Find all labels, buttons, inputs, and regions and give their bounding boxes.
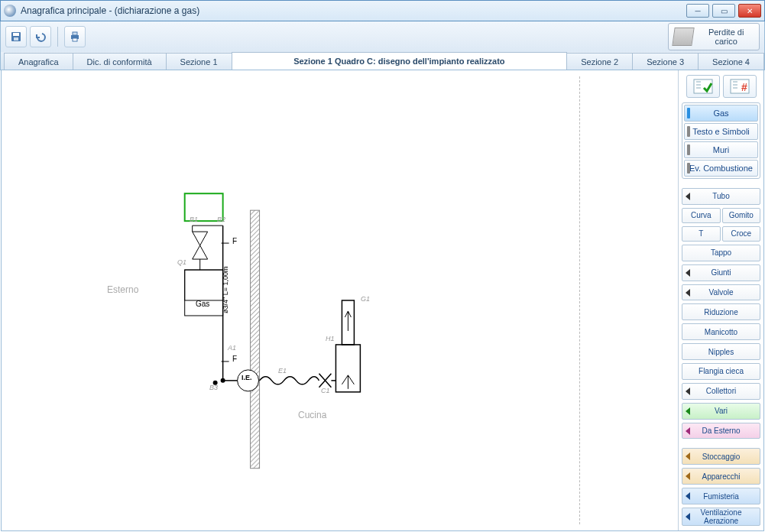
category-label: Gas <box>713 109 728 118</box>
palette-manicotto[interactable]: Manicotto <box>682 323 760 340</box>
undo-icon <box>34 31 47 43</box>
save-icon <box>10 31 22 43</box>
tab-label: Sezione 2 <box>581 57 618 66</box>
palette-label: Fumisteria <box>703 492 739 501</box>
palette-label: Collettori <box>706 387 736 395</box>
label-q1: Q1 <box>177 258 186 266</box>
svg-rect-1 <box>13 33 19 36</box>
label-esterno: Esterno <box>107 284 138 295</box>
palette-croce[interactable]: Croce <box>722 226 761 242</box>
palette-tubo[interactable]: Tubo <box>682 188 760 205</box>
category-label: Muri <box>713 145 729 154</box>
drawing-canvas[interactable]: Esterno Cucina Gas I.E. B1 B2 B3 Q1 A1 E… <box>2 70 678 530</box>
tab-sezione1[interactable]: Sezione 1 <box>166 53 232 70</box>
tab-label: Sezione 1 Quadro C: disegno dell'impiant… <box>293 57 504 66</box>
label-gas-box: Gas <box>196 300 209 308</box>
tab-label: Anagrafica <box>18 57 59 66</box>
palette-label: Apparecchi <box>702 472 740 481</box>
palette-label: Riduzione <box>704 308 737 316</box>
label-pipe-spec: ø3/4" L= 1,00m <box>222 267 229 313</box>
palette-gomito[interactable]: Gomito <box>722 208 761 223</box>
palette-t[interactable]: T <box>682 226 721 242</box>
tab-sezione3[interactable]: Sezione 3 <box>632 53 699 70</box>
svg-rect-5 <box>73 38 77 41</box>
category-gas[interactable]: Gas <box>684 105 758 122</box>
palette-label: Tappo <box>711 248 731 257</box>
label-c1: C1 <box>321 387 330 394</box>
palette-label: Tubo <box>712 192 729 200</box>
tab-sezione2[interactable]: Sezione 2 <box>566 53 633 70</box>
tab-label: Sezione 3 <box>647 57 684 66</box>
palette-stoccaggio[interactable]: Stoccaggio <box>682 448 760 465</box>
palette-flangia-cieca[interactable]: Flangia cieca <box>682 363 760 380</box>
palette-label: Croce <box>731 229 751 238</box>
palette-riduzione[interactable]: Riduzione <box>682 303 760 320</box>
label-g1: G1 <box>361 295 370 303</box>
maximize-button[interactable]: ▭ <box>712 4 735 18</box>
schematic-svg <box>15 76 580 524</box>
tab-sezione4[interactable]: Sezione 4 <box>698 53 764 70</box>
palette-label: Flangia cieca <box>699 367 744 375</box>
label-h1: H1 <box>326 335 335 342</box>
palette-label: Curva <box>691 211 712 219</box>
palette-label: Ventilazione Aerazione <box>684 508 758 525</box>
label-b2: B2 <box>217 216 225 223</box>
title-bar: Anagrafica principale - (dichiarazione a… <box>0 0 765 21</box>
tab-label: Sezione 4 <box>712 57 750 66</box>
tab-sezione1-quadro-c[interactable]: Sezione 1 Quadro C: disegno dell'impiant… <box>232 52 568 70</box>
schematic-hash-button[interactable]: # <box>723 75 757 98</box>
palette-label: Da Esterno <box>702 427 740 435</box>
tab-strip: Anagrafica Dic. di conformità Sezione 1 … <box>0 52 765 70</box>
label-a1: A1 <box>228 344 236 352</box>
toolbar-separator <box>57 27 58 47</box>
svg-rect-4 <box>73 32 77 35</box>
palette-da-esterno[interactable]: Da Esterno <box>682 423 760 440</box>
category-muri[interactable]: Muri <box>684 141 758 158</box>
calculator-icon <box>672 28 695 46</box>
category-testo-simboli[interactable]: Testo e Simboli <box>684 123 758 140</box>
palette-fumisteria[interactable]: Fumisteria <box>682 488 760 504</box>
palette-label: Manicotto <box>705 328 737 336</box>
tab-label: Dic. di conformità <box>87 57 152 66</box>
save-button[interactable] <box>5 26 27 47</box>
palette-valvole[interactable]: Valvole <box>682 284 760 301</box>
schematic-check-icon <box>693 79 713 94</box>
window-title: Anagrafica principale - (dichiarazione a… <box>21 5 686 16</box>
perdite-label: Perdite di carico <box>698 28 754 46</box>
toolbar: Perdite di carico <box>0 21 765 52</box>
minimize-button[interactable]: ─ <box>686 4 709 18</box>
main-area: Esterno Cucina Gas I.E. B1 B2 B3 Q1 A1 E… <box>1 70 764 531</box>
palette-nipples[interactable]: Nipples <box>682 343 760 360</box>
svg-rect-9 <box>185 270 223 300</box>
palette-label: Nipples <box>708 348 734 356</box>
perdite-di-carico-button[interactable]: Perdite di carico <box>668 23 760 50</box>
palette-label: T <box>699 229 703 238</box>
print-icon <box>69 31 81 43</box>
palette-curva[interactable]: Curva <box>682 208 721 223</box>
category-ev-combustione[interactable]: Ev. Combustione <box>684 160 758 177</box>
palette-label: Gomito <box>729 211 754 219</box>
palette-ventilazione-aerazione[interactable]: Ventilazione Aerazione <box>682 508 760 526</box>
label-e1: E1 <box>278 367 287 375</box>
schematic-check-button[interactable] <box>686 75 720 98</box>
close-button[interactable]: ✕ <box>738 4 761 18</box>
palette-label: Stoccaggio <box>702 453 740 461</box>
category-group: Gas Testo e Simboli Muri Ev. Combustione <box>682 102 760 179</box>
palette-panel: # Gas Testo e Simboli Muri Ev. Combustio… <box>678 70 763 530</box>
schematic-hash-icon: # <box>730 79 750 94</box>
category-label: Ev. Combustione <box>689 164 753 173</box>
palette-collettori[interactable]: Collettori <box>682 383 760 400</box>
label-cucina: Cucina <box>298 410 326 420</box>
tab-dic-conformita[interactable]: Dic. di conformità <box>73 53 167 70</box>
print-button[interactable] <box>64 26 86 47</box>
tab-anagrafica[interactable]: Anagrafica <box>4 53 73 70</box>
app-icon <box>4 5 16 17</box>
category-label: Testo e Simboli <box>692 127 750 136</box>
palette-apparecchi[interactable]: Apparecchi <box>682 468 760 485</box>
undo-button[interactable] <box>30 26 51 47</box>
label-f-bottom: F <box>232 355 237 363</box>
palette-vari[interactable]: Vari <box>682 403 760 420</box>
palette-tappo[interactable]: Tappo <box>682 245 760 261</box>
svg-rect-7 <box>251 210 260 469</box>
palette-giunti[interactable]: Giunti <box>682 264 760 281</box>
